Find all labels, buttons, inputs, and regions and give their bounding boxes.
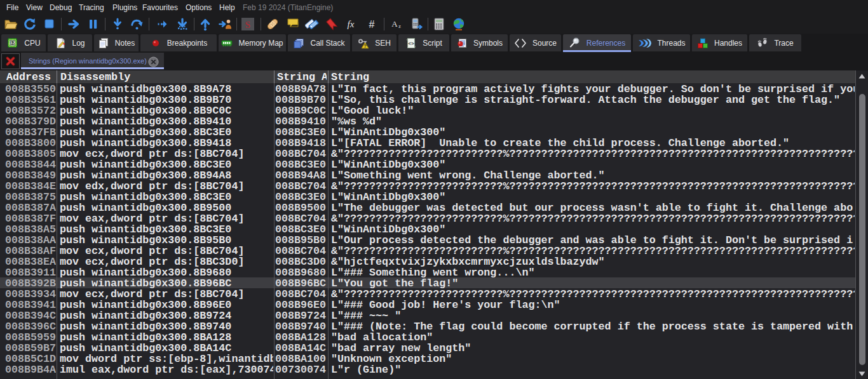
svg-text:<>: <> (408, 41, 414, 46)
svg-text:?: ? (363, 43, 367, 48)
svg-text:z: z (398, 23, 401, 29)
svg-text:32: 32 (10, 41, 15, 45)
svg-text:#: # (369, 19, 375, 30)
svg-text:fx: fx (348, 19, 355, 29)
svg-text:A: A (391, 19, 398, 29)
svg-text:S: S (245, 20, 250, 30)
